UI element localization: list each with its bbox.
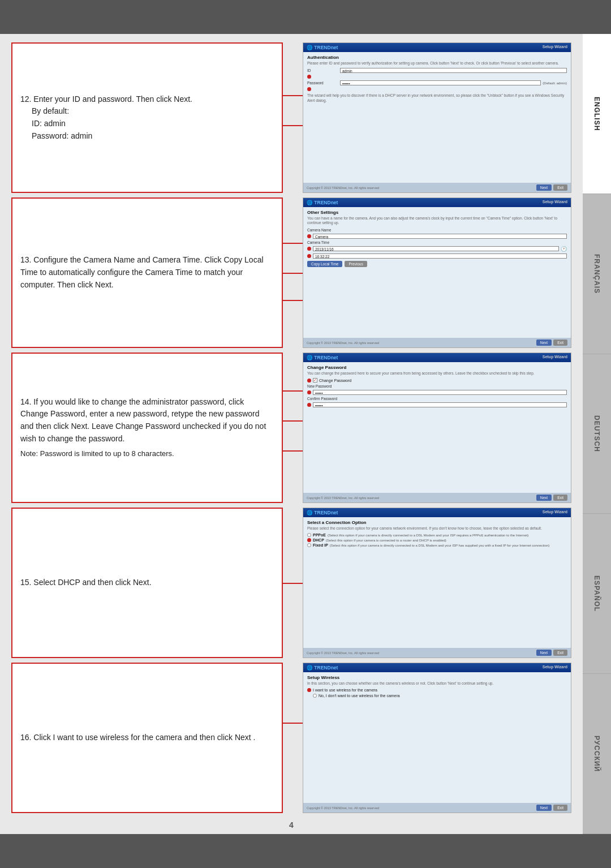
- step-14: 14. If you would like to change the admi…: [11, 353, 571, 503]
- lang-tab-francais[interactable]: FRANÇAIS: [583, 194, 611, 354]
- lang-tab-english-label: ENGLISH: [593, 97, 601, 131]
- lang-tab-russian-label: РУССКИЙ: [593, 736, 601, 772]
- wizard-14-newpw-label: New Password: [307, 384, 338, 388]
- step-12-text: 12. Enter your ID and password. Then cli…: [11, 42, 283, 193]
- wizard-16-desc: In this section, you can choose whether …: [307, 681, 567, 686]
- lang-tab-deutsch[interactable]: DEUTSCH: [583, 354, 611, 514]
- step-14-text: 14. If you would like to change the admi…: [11, 353, 283, 503]
- step-15: 15. Select DHCP and then click Next. 🌐 T…: [11, 508, 571, 658]
- wizard-14-dot2: [307, 390, 311, 394]
- wizard-14-confirmpw-input[interactable]: ••••••: [313, 402, 567, 407]
- wizard-logo-12: 🌐 TRENDnet: [307, 45, 338, 50]
- wizard-15-exit-btn[interactable]: Exit: [553, 650, 567, 656]
- wizard-setup-label-16: Setup Wizard: [543, 665, 567, 671]
- wizard-12-title: Authentication: [307, 55, 567, 60]
- step-13: 13. Configure the Camera Name and Camera…: [11, 197, 571, 348]
- wizard-15-fixedip-label: Fixed IP: [313, 543, 328, 547]
- wizard-16-exit-btn[interactable]: Exit: [553, 805, 567, 811]
- wizard-15-copyright: Copyright © 2013 TRENDnet, Inc. All righ…: [307, 651, 379, 655]
- wizard-15-desc: Please select the connection option for …: [307, 526, 567, 531]
- wizard-16-wireless-no-label: No, I don't want to use wireless for the…: [319, 694, 400, 698]
- wizard-12-pw-hint: (Default: admin): [543, 81, 567, 85]
- wizard-14-next-btn[interactable]: Next: [536, 495, 552, 501]
- wizard-15-title: Select a Connection Option: [307, 520, 567, 525]
- wizard-13-next-btn[interactable]: Next: [536, 340, 552, 346]
- wizard-setup-label-14: Setup Wizard: [543, 355, 567, 360]
- top-bar: [0, 0, 611, 34]
- wizard-13-previous-btn[interactable]: Previous: [345, 261, 367, 267]
- wizard-14-confirmpw-label: Confirm Password: [307, 397, 338, 401]
- wizard-12-dot2: [307, 87, 311, 91]
- language-tabs: ENGLISH FRANÇAIS DEUTSCH ESPAÑOL РУССКИЙ: [583, 34, 611, 834]
- wizard-13-time-label: Camera Time: [307, 240, 338, 244]
- wizard-14-dot3: [307, 403, 311, 407]
- wizard-13-dot1: [307, 234, 311, 238]
- bottom-bar: [0, 834, 611, 868]
- lang-tab-russian[interactable]: РУССКИЙ: [583, 674, 611, 834]
- wizard-setup-label-13: Setup Wizard: [543, 200, 567, 205]
- page-number: 4: [0, 816, 583, 834]
- step-14-screenshot: 🌐 TRENDnet Setup Wizard Change Password …: [303, 353, 571, 503]
- wizard-13-copytime-btn[interactable]: Copy Local Time: [307, 261, 342, 267]
- wizard-13-time-input[interactable]: 16:32:22: [313, 253, 567, 259]
- wizard-12-next-btn[interactable]: Next: [536, 184, 552, 191]
- wizard-15-dhcp-radio[interactable]: [307, 538, 311, 542]
- lang-tab-deutsch-label: DEUTSCH: [593, 415, 601, 452]
- main-content: 12. Enter your ID and password. Then cli…: [0, 34, 583, 834]
- step-12-sub1: By default:: [32, 105, 192, 118]
- wizard-13-date-input[interactable]: 2013/11/16: [313, 246, 559, 251]
- wizard-16-wireless-yes-radio[interactable]: [307, 688, 311, 692]
- wizard-13-dot2: [307, 247, 311, 251]
- wizard-14-checkbox[interactable]: [313, 378, 317, 383]
- wizard-13-copyright: Copyright © 2013 TRENDnet, Inc. All righ…: [307, 341, 379, 345]
- wizard-14-desc: You can change the password here to secu…: [307, 371, 567, 376]
- wizard-12-copyright: Copyright © 2013 TRENDnet, Inc. All righ…: [307, 186, 379, 190]
- lang-tab-francais-label: FRANÇAIS: [593, 254, 601, 294]
- step-16-main: 16. Click I want to use wireless for the…: [20, 732, 256, 744]
- wizard-14-change-pw-label: Change Password: [319, 379, 351, 383]
- wizard-15-dhcp-desc: (Select this option if your camera is co…: [326, 539, 567, 542]
- step-13-screenshot: 🌐 TRENDnet Setup Wizard Other Settings Y…: [303, 197, 571, 348]
- step-12-connector: [283, 42, 303, 193]
- wizard-15-dhcp-label: DHCP: [313, 538, 324, 542]
- wizard-13-exit-btn[interactable]: Exit: [553, 340, 567, 346]
- wizard-15-pppoe-radio[interactable]: [307, 533, 311, 537]
- step-12-sub3: Password: admin: [32, 130, 192, 143]
- wizard-14-title: Change Password: [307, 365, 567, 370]
- wizard-logo-14: 🌐 TRENDnet: [307, 355, 338, 360]
- wizard-logo-15: 🌐 TRENDnet: [307, 510, 338, 515]
- wizard-16-next-btn[interactable]: Next: [536, 805, 552, 811]
- wizard-logo-13: 🌐 TRENDnet: [307, 200, 338, 205]
- step-16-screenshot: 🌐 TRENDnet Setup Wizard Setup Wireless I…: [303, 663, 571, 813]
- wizard-14-exit-btn[interactable]: Exit: [553, 495, 567, 501]
- step-12: 12. Enter your ID and password. Then cli…: [11, 42, 571, 193]
- step-13-main: 13. Configure the Camera Name and Camera…: [20, 254, 274, 291]
- step-16-text: 16. Click I want to use wireless for the…: [11, 663, 283, 813]
- wizard-setup-label-12: Setup Wizard: [543, 45, 567, 50]
- wizard-16-wireless-no-radio[interactable]: [313, 694, 317, 698]
- wizard-16-title: Setup Wireless: [307, 675, 567, 680]
- step-13-connector: [283, 197, 303, 348]
- step-12-main: 12. Enter your ID and password. Then cli…: [20, 93, 192, 106]
- wizard-15-pppoe-label: PPPoE: [313, 533, 326, 537]
- wizard-12-pw-input[interactable]: ••••••: [340, 80, 541, 85]
- wizard-setup-label-15: Setup Wizard: [543, 510, 567, 515]
- wizard-14-dot1: [307, 379, 311, 383]
- wizard-12-exit-btn[interactable]: Exit: [553, 184, 567, 191]
- wizard-12-notice: The wizard will help you to discover if …: [307, 93, 567, 103]
- wizard-12-dot1: [307, 75, 311, 79]
- wizard-12-desc: Please enter ID and password to verify a…: [307, 61, 567, 66]
- wizard-15-pppoe-desc: (Select this option if your camera is di…: [328, 534, 567, 537]
- wizard-12-id-input[interactable]: admin: [340, 68, 567, 73]
- wizard-logo-16: 🌐 TRENDnet: [307, 665, 338, 671]
- wizard-15-next-btn[interactable]: Next: [536, 650, 552, 656]
- step-12-screenshot: 🌐 TRENDnet Setup Wizard Authentication P…: [303, 42, 571, 193]
- step-16-connector: [283, 663, 303, 813]
- wizard-13-name-input[interactable]: Camera: [313, 234, 567, 239]
- wizard-15-fixedip-radio[interactable]: [307, 543, 311, 547]
- step-14-connector: [283, 353, 303, 503]
- lang-tab-espanol[interactable]: ESPAÑOL: [583, 514, 611, 674]
- step-15-screenshot: 🌐 TRENDnet Setup Wizard Select a Connect…: [303, 508, 571, 658]
- wizard-14-newpw-input[interactable]: ••••••: [313, 390, 567, 395]
- lang-tab-english[interactable]: ENGLISH: [583, 34, 611, 194]
